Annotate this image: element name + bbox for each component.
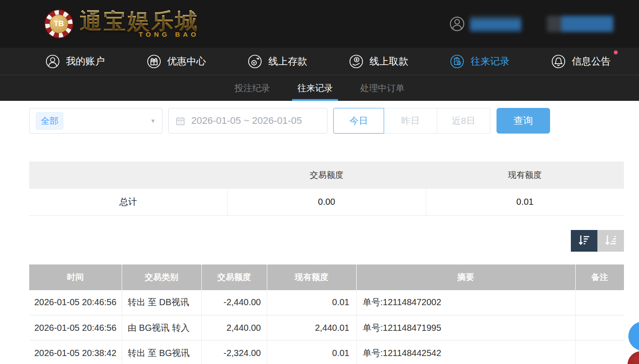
- cell-summary: 单号:121148471995: [356, 315, 575, 341]
- cell-amount: -2,440.00: [201, 290, 267, 315]
- chevron-down-icon: ▼: [150, 118, 156, 124]
- nav-label: 我的账户: [66, 55, 105, 68]
- summary-header-empty: [29, 161, 227, 189]
- tab-label: 投注纪录: [235, 82, 270, 94]
- tab-bet-records[interactable]: 投注纪录: [231, 75, 273, 101]
- nav-item-promotions[interactable]: 优惠中心: [146, 53, 206, 70]
- tab-processing-orders[interactable]: 处理中订单: [357, 75, 408, 101]
- nav-label: 线上存款: [268, 55, 307, 68]
- user-circle-icon: [44, 53, 61, 70]
- sort-ascending-icon: [604, 234, 617, 248]
- filter-row: 全部 ▼ 2026-01-05 ~ 2026-01-05 今日 昨日 近8日 查…: [29, 108, 624, 134]
- cell-note: [575, 341, 624, 364]
- poker-chip-icon: TB: [44, 9, 73, 38]
- user-avatar-icon: [449, 15, 466, 32]
- cell-time: 2026-01-05 20:38:42: [29, 341, 122, 364]
- deposit-hand-coin-icon: [246, 53, 263, 70]
- summary-table: 交易额度 现有额度 总计 0.00 0.01: [29, 161, 624, 216]
- nav-item-my-account[interactable]: 我的账户: [44, 53, 105, 70]
- nav-label: 信息公告: [572, 55, 611, 68]
- transactions-table: 时间 交易类别 交易额度 现有额度 摘要 备注 2026-01-05 20:46…: [29, 264, 624, 364]
- date-range-value: 2026-01-05 ~ 2026-01-05: [191, 115, 302, 126]
- yesterday-button[interactable]: 昨日: [384, 108, 437, 134]
- cell-type: 由 BG视讯 转入: [122, 315, 201, 341]
- quick-date-group: 今日 昨日 近8日: [333, 108, 490, 134]
- last-8-days-button[interactable]: 近8日: [437, 108, 490, 134]
- sub-nav: 投注纪录 往来记录 处理中订单: [0, 75, 639, 101]
- type-select[interactable]: 全部 ▼: [29, 108, 162, 134]
- query-button[interactable]: 查询: [497, 108, 550, 134]
- sort-descending-icon: [577, 234, 591, 248]
- bell-icon: [550, 53, 567, 70]
- user-account-chunk[interactable]: [449, 15, 521, 32]
- summary-header-balance: 现有额度: [426, 161, 624, 189]
- cell-note: [575, 315, 624, 341]
- user-area: [449, 15, 613, 32]
- tab-label: 往来记录: [297, 82, 333, 94]
- cell-balance: 2,440.01: [267, 315, 356, 341]
- redacted-username: [470, 16, 521, 32]
- col-header-note: 备注: [575, 264, 624, 290]
- tab-transaction-records[interactable]: 往来记录: [294, 75, 336, 101]
- nav-label: 往来记录: [470, 55, 509, 68]
- notification-dot: [614, 50, 618, 54]
- selected-type-tag[interactable]: 全部: [36, 112, 63, 130]
- main-nav: 我的账户 优惠中心 线上存款 线上: [0, 48, 639, 75]
- col-header-balance: 现有额度: [267, 264, 356, 290]
- redacted-balance: [547, 16, 613, 32]
- col-header-type: 交易类别: [122, 264, 201, 290]
- cell-type: 转出 至 BG视讯: [122, 341, 201, 364]
- summary-total-amount: 0.00: [227, 189, 426, 215]
- summary-header-amount: 交易额度: [227, 161, 426, 189]
- records-clipboard-icon: [449, 53, 466, 70]
- logo-badge: TB: [50, 15, 68, 33]
- nav-item-announcements[interactable]: 信息公告: [550, 53, 611, 70]
- col-header-time: 时间: [29, 264, 122, 290]
- table-row: 2026-01-05 20:38:42 转出 至 BG视讯 -2,324.00 …: [29, 341, 624, 364]
- logo-text: 通宝娱乐城 TONG BAO: [80, 10, 199, 38]
- date-range-picker[interactable]: 2026-01-05 ~ 2026-01-05: [168, 108, 327, 134]
- gift-icon: [146, 53, 162, 70]
- summary-total-label: 总计: [29, 189, 227, 215]
- summary-total-row: 总计 0.00 0.01: [29, 189, 624, 215]
- sort-controls: [29, 230, 624, 252]
- cell-time: 2026-01-05 20:46:56: [29, 290, 122, 315]
- cell-time: 2026-01-05 20:46:56: [29, 315, 122, 341]
- brand-name-cn: 通宝娱乐城: [80, 10, 199, 32]
- cell-amount: 2,440.00: [201, 315, 267, 341]
- cell-summary: 单号:121148472002: [356, 290, 575, 315]
- today-button[interactable]: 今日: [333, 108, 384, 134]
- table-row: 2026-01-05 20:46:56 由 BG视讯 转入 2,440.00 2…: [29, 315, 624, 341]
- summary-header-row: 交易额度 现有额度: [29, 161, 624, 189]
- cell-type: 转出 至 DB视讯: [122, 290, 201, 315]
- cell-balance: 0.01: [267, 341, 356, 364]
- nav-label: 优惠中心: [167, 55, 206, 68]
- floating-service-button-red[interactable]: [627, 351, 639, 364]
- cell-note: [575, 290, 624, 315]
- brand-logo[interactable]: TB 通宝娱乐城 TONG BAO: [44, 9, 199, 38]
- table-header-row: 时间 交易类别 交易额度 现有额度 摘要 备注: [29, 264, 624, 290]
- nav-item-deposit[interactable]: 线上存款: [246, 53, 307, 70]
- sort-descending-button[interactable]: [571, 230, 597, 252]
- table-row: 2026-01-05 20:46:56 转出 至 DB视讯 -2,440.00 …: [29, 290, 624, 315]
- page-content: 全部 ▼ 2026-01-05 ~ 2026-01-05 今日 昨日 近8日 查…: [29, 108, 624, 364]
- cell-balance: 0.01: [267, 290, 356, 315]
- summary-total-balance: 0.01: [426, 189, 624, 215]
- cell-summary: 单号:121148442542: [356, 341, 575, 364]
- top-header: TB 通宝娱乐城 TONG BAO: [0, 0, 639, 48]
- col-header-amount: 交易额度: [201, 264, 267, 290]
- nav-label: 线上取款: [370, 55, 408, 68]
- sort-ascending-button[interactable]: [597, 230, 624, 252]
- calendar-icon: [175, 116, 185, 126]
- cell-amount: -2,324.00: [201, 341, 267, 364]
- withdraw-hand-dollar-icon: [348, 53, 365, 70]
- nav-item-transaction-records[interactable]: 往来记录: [449, 53, 509, 70]
- nav-item-withdraw[interactable]: 线上取款: [348, 53, 408, 70]
- tab-label: 处理中订单: [360, 82, 404, 94]
- user-balance-chunk[interactable]: [547, 16, 613, 32]
- col-header-summary: 摘要: [356, 264, 575, 290]
- floating-service-button-blue[interactable]: [628, 322, 639, 351]
